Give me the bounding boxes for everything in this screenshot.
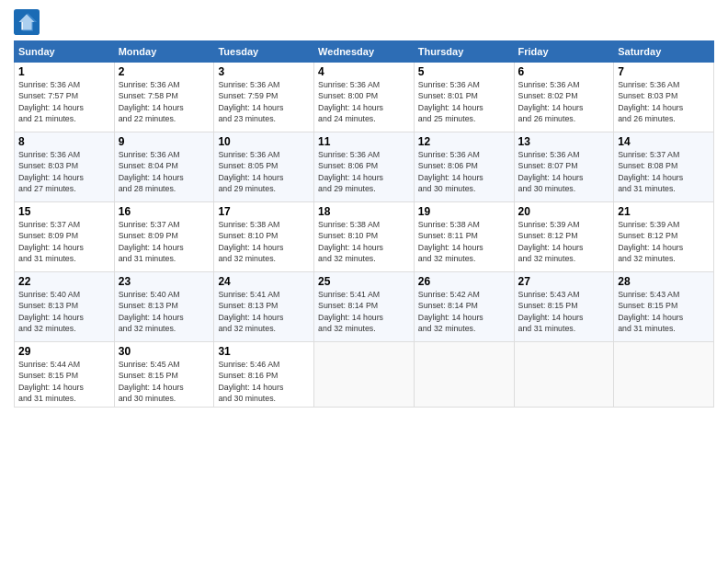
- day-number: 22: [18, 275, 110, 288]
- calendar-cell: 16Sunrise: 5:37 AM Sunset: 8:09 PM Dayli…: [114, 202, 214, 272]
- day-info: Sunrise: 5:41 AM Sunset: 8:13 PM Dayligh…: [218, 289, 310, 334]
- calendar-page: SundayMondayTuesdayWednesdayThursdayFrid…: [0, 0, 728, 563]
- day-number: 24: [218, 275, 310, 288]
- day-number: 11: [318, 135, 410, 148]
- day-number: 31: [218, 345, 310, 358]
- calendar-cell: 8Sunrise: 5:36 AM Sunset: 8:03 PM Daylig…: [15, 132, 115, 202]
- day-number: 5: [418, 65, 510, 78]
- day-info: Sunrise: 5:42 AM Sunset: 8:14 PM Dayligh…: [418, 289, 510, 334]
- calendar-header: SundayMondayTuesdayWednesdayThursdayFrid…: [15, 41, 714, 63]
- day-number: 16: [119, 205, 210, 218]
- day-info: Sunrise: 5:39 AM Sunset: 8:12 PM Dayligh…: [518, 219, 610, 264]
- day-info: Sunrise: 5:36 AM Sunset: 8:03 PM Dayligh…: [18, 149, 110, 194]
- calendar-cell: 4Sunrise: 5:36 AM Sunset: 8:00 PM Daylig…: [314, 63, 415, 132]
- header-monday: Monday: [114, 41, 214, 63]
- day-number: 6: [518, 65, 610, 78]
- calendar-cell: [614, 342, 714, 408]
- day-number: 21: [618, 205, 710, 218]
- day-info: Sunrise: 5:37 AM Sunset: 8:08 PM Dayligh…: [618, 149, 710, 194]
- day-number: 9: [119, 135, 210, 148]
- calendar-cell: 2Sunrise: 5:36 AM Sunset: 7:58 PM Daylig…: [114, 63, 214, 132]
- calendar-cell: 26Sunrise: 5:42 AM Sunset: 8:14 PM Dayli…: [414, 272, 514, 342]
- day-info: Sunrise: 5:36 AM Sunset: 8:02 PM Dayligh…: [518, 79, 610, 124]
- header-tuesday: Tuesday: [214, 41, 314, 63]
- day-number: 29: [18, 345, 110, 358]
- calendar-week-4: 22Sunrise: 5:40 AM Sunset: 8:13 PM Dayli…: [15, 272, 714, 342]
- calendar-week-2: 8Sunrise: 5:36 AM Sunset: 8:03 PM Daylig…: [15, 132, 714, 202]
- calendar-cell: 28Sunrise: 5:43 AM Sunset: 8:15 PM Dayli…: [614, 272, 714, 342]
- day-info: Sunrise: 5:37 AM Sunset: 8:09 PM Dayligh…: [119, 219, 210, 264]
- day-info: Sunrise: 5:36 AM Sunset: 7:57 PM Dayligh…: [18, 79, 110, 124]
- header-thursday: Thursday: [414, 41, 514, 63]
- day-number: 17: [218, 205, 310, 218]
- day-info: Sunrise: 5:36 AM Sunset: 8:00 PM Dayligh…: [318, 79, 410, 124]
- day-info: Sunrise: 5:36 AM Sunset: 8:06 PM Dayligh…: [318, 149, 410, 194]
- day-info: Sunrise: 5:46 AM Sunset: 8:16 PM Dayligh…: [218, 359, 310, 404]
- day-info: Sunrise: 5:40 AM Sunset: 8:13 PM Dayligh…: [119, 289, 210, 334]
- day-info: Sunrise: 5:36 AM Sunset: 7:59 PM Dayligh…: [218, 79, 310, 124]
- calendar-cell: 12Sunrise: 5:36 AM Sunset: 8:06 PM Dayli…: [414, 132, 514, 202]
- calendar-cell: 20Sunrise: 5:39 AM Sunset: 8:12 PM Dayli…: [514, 202, 614, 272]
- calendar-cell: 17Sunrise: 5:38 AM Sunset: 8:10 PM Dayli…: [214, 202, 314, 272]
- header-wednesday: Wednesday: [314, 41, 415, 63]
- calendar-body: 1Sunrise: 5:36 AM Sunset: 7:57 PM Daylig…: [15, 63, 714, 408]
- day-number: 20: [518, 205, 610, 218]
- day-number: 1: [18, 65, 110, 78]
- day-number: 23: [119, 275, 210, 288]
- day-number: 14: [618, 135, 710, 148]
- day-info: Sunrise: 5:36 AM Sunset: 8:03 PM Dayligh…: [618, 79, 710, 124]
- day-number: 8: [18, 135, 110, 148]
- day-info: Sunrise: 5:36 AM Sunset: 8:01 PM Dayligh…: [418, 79, 510, 124]
- calendar-cell: [514, 342, 614, 408]
- calendar-table: SundayMondayTuesdayWednesdayThursdayFrid…: [14, 40, 714, 408]
- day-number: 26: [418, 275, 510, 288]
- day-number: 30: [119, 345, 210, 358]
- days-header-row: SundayMondayTuesdayWednesdayThursdayFrid…: [15, 41, 714, 63]
- day-info: Sunrise: 5:36 AM Sunset: 7:58 PM Dayligh…: [119, 79, 210, 124]
- calendar-cell: 3Sunrise: 5:36 AM Sunset: 7:59 PM Daylig…: [214, 63, 314, 132]
- calendar-cell: 25Sunrise: 5:41 AM Sunset: 8:14 PM Dayli…: [314, 272, 415, 342]
- calendar-cell: 24Sunrise: 5:41 AM Sunset: 8:13 PM Dayli…: [214, 272, 314, 342]
- header-friday: Friday: [514, 41, 614, 63]
- calendar-cell: 22Sunrise: 5:40 AM Sunset: 8:13 PM Dayli…: [15, 272, 115, 342]
- day-number: 18: [318, 205, 410, 218]
- calendar-cell: 1Sunrise: 5:36 AM Sunset: 7:57 PM Daylig…: [15, 63, 115, 132]
- day-info: Sunrise: 5:39 AM Sunset: 8:12 PM Dayligh…: [618, 219, 710, 264]
- day-info: Sunrise: 5:40 AM Sunset: 8:13 PM Dayligh…: [18, 289, 110, 334]
- day-number: 27: [518, 275, 610, 288]
- calendar-cell: 7Sunrise: 5:36 AM Sunset: 8:03 PM Daylig…: [614, 63, 714, 132]
- day-info: Sunrise: 5:45 AM Sunset: 8:15 PM Dayligh…: [119, 359, 210, 404]
- day-number: 28: [618, 275, 710, 288]
- day-number: 12: [418, 135, 510, 148]
- day-info: Sunrise: 5:38 AM Sunset: 8:11 PM Dayligh…: [418, 219, 510, 264]
- day-info: Sunrise: 5:43 AM Sunset: 8:15 PM Dayligh…: [618, 289, 710, 334]
- calendar-cell: 23Sunrise: 5:40 AM Sunset: 8:13 PM Dayli…: [114, 272, 214, 342]
- calendar-week-5: 29Sunrise: 5:44 AM Sunset: 8:15 PM Dayli…: [15, 342, 714, 408]
- header: [14, 9, 714, 35]
- calendar-cell: 30Sunrise: 5:45 AM Sunset: 8:15 PM Dayli…: [114, 342, 214, 408]
- calendar-cell: 9Sunrise: 5:36 AM Sunset: 8:04 PM Daylig…: [114, 132, 214, 202]
- day-info: Sunrise: 5:43 AM Sunset: 8:15 PM Dayligh…: [518, 289, 610, 334]
- calendar-week-1: 1Sunrise: 5:36 AM Sunset: 7:57 PM Daylig…: [15, 63, 714, 132]
- calendar-cell: 5Sunrise: 5:36 AM Sunset: 8:01 PM Daylig…: [414, 63, 514, 132]
- calendar-cell: 19Sunrise: 5:38 AM Sunset: 8:11 PM Dayli…: [414, 202, 514, 272]
- day-info: Sunrise: 5:36 AM Sunset: 8:05 PM Dayligh…: [218, 149, 310, 194]
- day-info: Sunrise: 5:37 AM Sunset: 8:09 PM Dayligh…: [18, 219, 110, 264]
- calendar-week-3: 15Sunrise: 5:37 AM Sunset: 8:09 PM Dayli…: [15, 202, 714, 272]
- day-number: 13: [518, 135, 610, 148]
- day-number: 15: [18, 205, 110, 218]
- day-number: 3: [218, 65, 310, 78]
- calendar-cell: 31Sunrise: 5:46 AM Sunset: 8:16 PM Dayli…: [214, 342, 314, 408]
- day-number: 7: [618, 65, 710, 78]
- calendar-cell: 11Sunrise: 5:36 AM Sunset: 8:06 PM Dayli…: [314, 132, 415, 202]
- calendar-cell: 14Sunrise: 5:37 AM Sunset: 8:08 PM Dayli…: [614, 132, 714, 202]
- day-number: 4: [318, 65, 410, 78]
- day-info: Sunrise: 5:36 AM Sunset: 8:04 PM Dayligh…: [119, 149, 210, 194]
- calendar-cell: 15Sunrise: 5:37 AM Sunset: 8:09 PM Dayli…: [15, 202, 115, 272]
- day-number: 19: [418, 205, 510, 218]
- calendar-cell: [414, 342, 514, 408]
- logo: [14, 9, 43, 35]
- calendar-cell: 18Sunrise: 5:38 AM Sunset: 8:10 PM Dayli…: [314, 202, 415, 272]
- day-info: Sunrise: 5:38 AM Sunset: 8:10 PM Dayligh…: [218, 219, 310, 264]
- calendar-cell: 10Sunrise: 5:36 AM Sunset: 8:05 PM Dayli…: [214, 132, 314, 202]
